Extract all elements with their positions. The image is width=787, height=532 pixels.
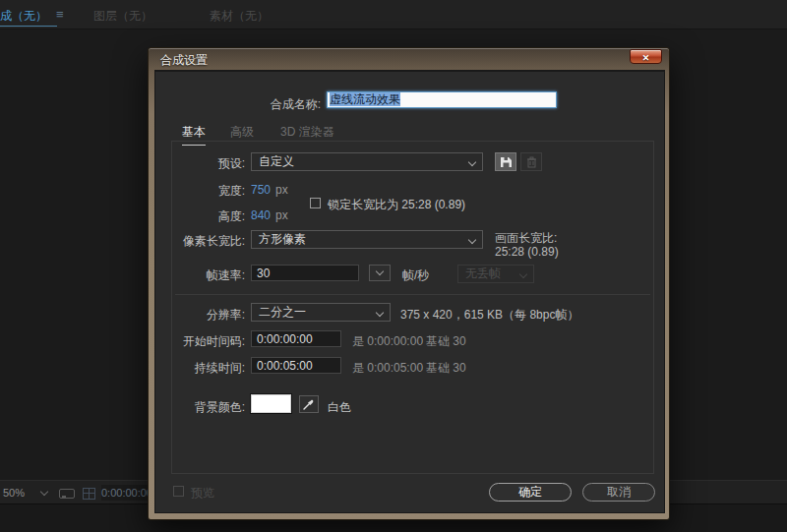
duration-base-text: 基础 30 <box>426 360 466 377</box>
chevron-down-icon <box>468 236 476 244</box>
width-unit: px <box>275 183 288 197</box>
resolution-label: 分辨率: <box>207 307 245 324</box>
width-row: 750px <box>251 183 288 197</box>
bgcolor-swatch[interactable] <box>251 394 291 413</box>
duration-input[interactable] <box>251 357 341 374</box>
tab-layer[interactable]: 图层（无） <box>93 8 152 25</box>
start-timecode-base-text: 基础 30 <box>426 333 466 350</box>
width-value[interactable]: 750 <box>251 183 271 197</box>
composition-settings-dialog: 合成设置 ✕ 合成名称: 虚线流动效果 基本 高级 3D 渲染器 预设: 自定义 <box>148 47 670 520</box>
close-icon: ✕ <box>642 53 650 63</box>
tab-advanced[interactable]: 高级 <box>230 124 254 141</box>
resolution-value: 二分之一 <box>259 305 306 319</box>
delete-preset-button <box>520 152 542 171</box>
pixel-aspect-label: 像素长宽比: <box>183 233 245 250</box>
framerate-label: 帧速率: <box>207 267 245 284</box>
width-label: 宽度: <box>218 183 245 200</box>
start-timecode-input[interactable] <box>251 330 341 347</box>
framerate-unit-label: 帧/秒 <box>402 267 429 284</box>
pixel-aspect-dropdown[interactable]: 方形像素 <box>251 230 483 249</box>
chevron-down-icon <box>376 267 384 275</box>
start-timecode-label: 开始时间码: <box>183 333 245 350</box>
duration-is-text: 是 0:00:05:00 <box>352 360 423 377</box>
eyedropper-icon <box>303 398 315 410</box>
height-unit: px <box>275 208 288 222</box>
resolution-dropdown[interactable]: 二分之一 <box>251 303 391 322</box>
bgcolor-label: 背景颜色: <box>195 399 245 416</box>
save-preset-icon <box>500 156 513 168</box>
tab-footage[interactable]: 素材（无） <box>210 8 269 25</box>
composition-name-input[interactable]: 虚线流动效果 <box>327 91 557 108</box>
chevron-down-icon <box>519 270 527 278</box>
trash-icon <box>526 156 537 168</box>
frame-aspect-value: 25:28 (0.89) <box>495 245 559 259</box>
preset-dropdown[interactable]: 自定义 <box>251 152 483 171</box>
basic-settings-group: 预设: 自定义 <box>171 141 654 474</box>
composition-name-label: 合成名称: <box>271 96 321 113</box>
chevron-down-icon <box>376 309 384 317</box>
tab-3d-renderer[interactable]: 3D 渲染器 <box>280 124 334 141</box>
lock-aspect-label: 锁定长宽比为 25:28 (0.89) <box>328 197 465 213</box>
ok-button[interactable]: 确定 <box>489 483 572 502</box>
dialog-title: 合成设置 <box>160 52 208 69</box>
tab-composition[interactable]: 成（无） <box>0 8 47 25</box>
framerate-preset-button[interactable] <box>369 265 391 281</box>
current-time-field[interactable]: 0:00:00:00 <box>101 485 152 501</box>
cancel-button[interactable]: 取消 <box>582 483 655 502</box>
duration-label: 持续时间: <box>195 360 245 377</box>
section-divider <box>175 294 650 295</box>
composition-name-text: 虚线流动效果 <box>330 92 400 106</box>
panel-menu-icon[interactable]: ≡ <box>56 7 64 22</box>
dialog-titlebar[interactable]: 合成设置 ✕ <box>149 48 669 70</box>
lock-aspect-checkbox[interactable] <box>310 198 321 208</box>
pixel-aspect-value: 方形像素 <box>259 232 306 246</box>
preview-checkbox[interactable] <box>173 486 184 497</box>
panel-tab-bar: 成（无） ≡ 图层（无） 素材（无） <box>0 0 787 30</box>
save-preset-button[interactable] <box>495 152 516 171</box>
height-value[interactable]: 840 <box>251 208 271 222</box>
framerate-input[interactable] <box>251 265 359 281</box>
chevron-down-icon <box>468 158 476 166</box>
start-timecode-is-text: 是 0:00:00:00 <box>352 333 423 350</box>
dropframe-value: 无丢帧 <box>465 266 501 280</box>
grid-guides-icon[interactable] <box>83 488 95 500</box>
dialog-content: 合成名称: 虚线流动效果 基本 高级 3D 渲染器 预设: 自定义 <box>154 70 665 513</box>
height-label: 高度: <box>218 208 245 225</box>
zoom-level-dropdown[interactable]: 50% <box>3 487 25 499</box>
screen: 成（无） ≡ 图层（无） 素材（无） 50% 0:00:00:00 合成设置 ✕… <box>0 0 787 532</box>
dropframe-dropdown: 无丢帧 <box>457 265 534 283</box>
preset-value: 自定义 <box>259 154 294 168</box>
preset-label: 预设: <box>218 155 245 172</box>
active-tab-underline <box>0 26 57 27</box>
chevron-down-icon <box>40 488 48 496</box>
region-of-interest-icon[interactable] <box>59 489 75 499</box>
eyedropper-button[interactable] <box>299 395 319 413</box>
close-button[interactable]: ✕ <box>630 49 662 64</box>
resolution-info: 375 x 420，615 KB（每 8bpc帧） <box>400 307 578 324</box>
bgcolor-name: 白色 <box>328 399 351 416</box>
height-row: 840px <box>251 208 288 222</box>
preview-label: 预览 <box>191 485 214 502</box>
